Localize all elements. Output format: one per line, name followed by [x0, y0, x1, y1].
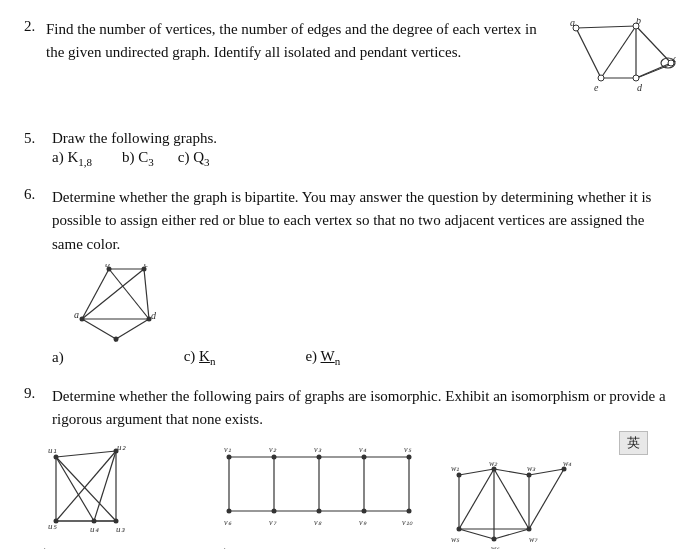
- problem-5: 5. Draw the following graphs. a) K1,8 b)…: [24, 130, 676, 168]
- svg-point-12: [633, 75, 639, 81]
- svg-text:e: e: [114, 333, 119, 344]
- p6-label-a: a): [52, 349, 64, 366]
- problem-9-number: 9.: [24, 385, 46, 402]
- svg-line-91: [459, 529, 494, 539]
- svg-text:u₃: u₃: [116, 524, 125, 534]
- graph-c: v₁ v₂ v₃ v₄ v₅ v₆ v₇ v₈ v₉ v₁₀ c): [214, 439, 424, 549]
- svg-text:w₅: w₅: [451, 535, 460, 544]
- problem-9-text: Determine whether the following pairs of…: [52, 385, 676, 432]
- svg-text:b: b: [636, 18, 641, 26]
- problem-2: 2. Find the number of vertices, the numb…: [24, 18, 676, 112]
- svg-text:v₆: v₆: [224, 518, 232, 527]
- graph-a-label: a): [38, 545, 194, 549]
- svg-line-92: [494, 529, 529, 539]
- p5-c: c) Q3: [178, 149, 210, 168]
- svg-line-41: [56, 451, 116, 521]
- svg-point-27: [80, 316, 85, 321]
- svg-point-70: [272, 509, 277, 514]
- svg-line-2: [636, 26, 671, 63]
- svg-text:v₇: v₇: [269, 518, 277, 527]
- problem-2-number: 2.: [24, 18, 46, 35]
- graph-middle: w₁ w₂ w₃ w₄ w₅ w₆ w₇: [439, 457, 599, 549]
- problem-6-graph: a b c d e: [74, 264, 194, 344]
- svg-point-69: [227, 509, 232, 514]
- svg-text:a: a: [74, 309, 79, 320]
- svg-point-96: [457, 473, 462, 478]
- svg-point-67: [362, 455, 367, 460]
- svg-text:d: d: [151, 310, 157, 321]
- svg-text:u₅: u₅: [48, 521, 57, 531]
- svg-line-42: [94, 451, 116, 521]
- svg-point-72: [362, 509, 367, 514]
- svg-text:v₉: v₉: [359, 518, 367, 527]
- svg-point-65: [272, 455, 277, 460]
- svg-point-66: [317, 455, 322, 460]
- problem-5-text: Draw the following graphs.: [52, 130, 217, 147]
- problem-5-items: a) K1,8 b) C3 c) Q3: [52, 149, 676, 168]
- svg-point-47: [54, 455, 59, 460]
- p5-a: a) K1,8: [52, 149, 92, 168]
- problem-6-text: Determine whether the graph is bipartite…: [52, 186, 676, 256]
- svg-point-101: [492, 537, 497, 542]
- problem-2-text: Find the number of vertices, the number …: [46, 18, 546, 65]
- svg-text:w₇: w₇: [529, 535, 538, 544]
- svg-text:w₃: w₃: [527, 464, 536, 473]
- svg-point-98: [527, 473, 532, 478]
- svg-text:a: a: [570, 18, 575, 28]
- svg-line-40: [56, 457, 94, 521]
- svg-text:w₁: w₁: [451, 464, 459, 473]
- svg-line-25: [82, 269, 144, 319]
- problem-6-number: 6.: [24, 186, 46, 203]
- svg-text:v₄: v₄: [359, 445, 367, 454]
- svg-line-6: [636, 63, 671, 78]
- graph-c-label: c): [218, 545, 424, 549]
- svg-text:e: e: [594, 82, 599, 93]
- svg-point-64: [227, 455, 232, 460]
- svg-text:w₄: w₄: [563, 459, 572, 468]
- svg-point-51: [114, 519, 119, 524]
- svg-text:v₁₀: v₁₀: [402, 518, 413, 527]
- svg-line-95: [494, 469, 529, 529]
- svg-point-102: [527, 527, 532, 532]
- svg-point-13: [598, 75, 604, 81]
- svg-line-21: [144, 269, 149, 319]
- svg-line-19: [82, 269, 109, 319]
- problem-2-graph: a b c d e: [546, 18, 676, 112]
- svg-text:v₅: v₅: [404, 445, 412, 454]
- svg-line-24: [109, 269, 149, 319]
- problem-5-number: 5.: [24, 130, 46, 147]
- svg-text:c: c: [144, 264, 149, 269]
- svg-text:b: b: [105, 264, 110, 269]
- svg-text:u₂: u₂: [117, 442, 126, 452]
- graph-a: u₁ u₂ u₅ u₄ u₃ a): [34, 439, 194, 549]
- problem-9: 9. Determine whether the following pairs…: [24, 385, 676, 549]
- svg-text:w₂: w₂: [489, 459, 498, 468]
- svg-text:d: d: [637, 82, 643, 93]
- svg-point-100: [457, 527, 462, 532]
- svg-point-68: [407, 455, 412, 460]
- svg-line-37: [56, 451, 116, 457]
- p5-b: b) C3: [122, 149, 154, 168]
- svg-line-4: [601, 26, 636, 78]
- problem-9-graphs: u₁ u₂ u₅ u₄ u₃ a): [34, 439, 676, 549]
- svg-line-84: [459, 469, 494, 475]
- p6-label-e: e) Wn: [305, 348, 340, 367]
- svg-line-23: [116, 319, 149, 339]
- svg-line-1: [576, 28, 601, 78]
- problem-6: 6. Determine whether the graph is bipart…: [24, 186, 676, 367]
- svg-line-90: [529, 469, 564, 529]
- svg-text:v₂: v₂: [269, 445, 277, 454]
- svg-text:c: c: [673, 53, 676, 64]
- svg-text:v₈: v₈: [314, 518, 322, 527]
- svg-text:w₆: w₆: [491, 544, 500, 549]
- svg-text:u₁: u₁: [48, 445, 57, 455]
- svg-text:v₁: v₁: [224, 445, 231, 454]
- english-badge: 英: [619, 431, 648, 455]
- svg-line-22: [82, 319, 116, 339]
- svg-point-73: [407, 509, 412, 514]
- svg-point-71: [317, 509, 322, 514]
- p6-label-c: c) Kn: [184, 348, 216, 367]
- svg-line-7: [637, 64, 672, 78]
- svg-line-85: [494, 469, 529, 475]
- svg-text:v₃: v₃: [314, 445, 322, 454]
